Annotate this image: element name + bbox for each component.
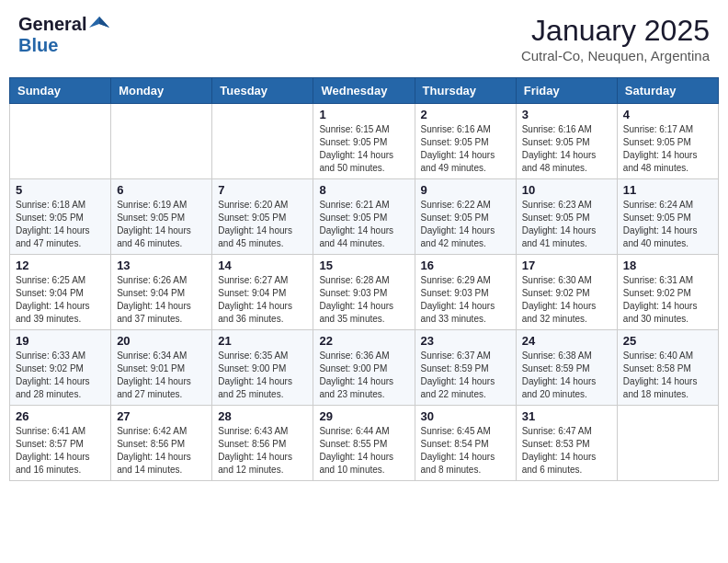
day-number: 4 [623, 108, 712, 121]
day-info: Sunrise: 6:23 AM Sunset: 9:05 PM Dayligh… [522, 199, 611, 250]
logo-bird-icon [89, 15, 109, 35]
day-number: 24 [522, 334, 611, 348]
day-info: Sunrise: 6:30 AM Sunset: 9:02 PM Dayligh… [522, 274, 611, 326]
day-number: 1 [319, 108, 408, 121]
logo-general: General [18, 14, 86, 35]
day-number: 22 [319, 334, 408, 348]
day-info: Sunrise: 6:33 AM Sunset: 9:02 PM Dayligh… [16, 350, 105, 401]
calendar-cell: 2Sunrise: 6:16 AM Sunset: 9:05 PM Daylig… [415, 104, 516, 179]
day-info: Sunrise: 6:38 AM Sunset: 8:59 PM Dayligh… [522, 350, 611, 401]
day-info: Sunrise: 6:31 AM Sunset: 9:02 PM Dayligh… [623, 274, 712, 326]
day-info: Sunrise: 6:24 AM Sunset: 9:05 PM Dayligh… [623, 199, 712, 250]
day-info: Sunrise: 6:21 AM Sunset: 9:05 PM Dayligh… [319, 199, 408, 250]
day-info: Sunrise: 6:37 AM Sunset: 8:59 PM Dayligh… [421, 350, 510, 401]
day-info: Sunrise: 6:16 AM Sunset: 9:05 PM Dayligh… [421, 123, 510, 175]
day-number: 27 [117, 409, 206, 423]
calendar-cell: 22Sunrise: 6:36 AM Sunset: 9:00 PM Dayli… [313, 330, 415, 406]
day-number: 6 [117, 183, 206, 197]
calendar-cell: 14Sunrise: 6:27 AM Sunset: 9:04 PM Dayli… [212, 255, 313, 330]
day-number: 20 [117, 334, 206, 348]
column-header-saturday: Saturday [617, 78, 718, 104]
calendar-cell [111, 104, 212, 179]
day-info: Sunrise: 6:17 AM Sunset: 9:05 PM Dayligh… [623, 123, 712, 175]
day-number: 10 [522, 183, 611, 197]
day-info: Sunrise: 6:47 AM Sunset: 8:53 PM Dayligh… [522, 425, 611, 477]
svg-marker-1 [99, 17, 109, 28]
day-number: 5 [16, 183, 105, 197]
day-info: Sunrise: 6:27 AM Sunset: 9:04 PM Dayligh… [218, 274, 307, 326]
calendar-cell: 10Sunrise: 6:23 AM Sunset: 9:05 PM Dayli… [516, 179, 617, 255]
page-header: General Blue January 2025 Cutral-Co, Neu… [9, 9, 719, 68]
day-number: 7 [218, 183, 307, 197]
day-info: Sunrise: 6:35 AM Sunset: 9:00 PM Dayligh… [218, 350, 307, 401]
day-number: 14 [218, 259, 307, 272]
calendar-week-5: 26Sunrise: 6:41 AM Sunset: 8:57 PM Dayli… [10, 406, 719, 481]
column-header-thursday: Thursday [415, 78, 516, 104]
calendar-cell: 16Sunrise: 6:29 AM Sunset: 9:03 PM Dayli… [415, 255, 516, 330]
location-title: Cutral-Co, Neuquen, Argentina [521, 48, 710, 63]
calendar-header-row: SundayMondayTuesdayWednesdayThursdayFrid… [10, 78, 719, 104]
day-info: Sunrise: 6:41 AM Sunset: 8:57 PM Dayligh… [16, 425, 105, 477]
calendar-cell: 6Sunrise: 6:19 AM Sunset: 9:05 PM Daylig… [111, 179, 212, 255]
day-number: 13 [117, 259, 206, 272]
column-header-monday: Monday [111, 78, 212, 104]
day-number: 12 [16, 259, 105, 272]
calendar-cell: 8Sunrise: 6:21 AM Sunset: 9:05 PM Daylig… [313, 179, 415, 255]
calendar-table: SundayMondayTuesdayWednesdayThursdayFrid… [9, 77, 719, 481]
day-number: 29 [319, 409, 408, 423]
calendar-cell: 27Sunrise: 6:42 AM Sunset: 8:56 PM Dayli… [111, 406, 212, 481]
day-number: 16 [421, 259, 510, 272]
calendar-cell: 11Sunrise: 6:24 AM Sunset: 9:05 PM Dayli… [617, 179, 718, 255]
calendar-cell: 12Sunrise: 6:25 AM Sunset: 9:04 PM Dayli… [10, 255, 111, 330]
logo: General Blue [18, 14, 109, 56]
day-info: Sunrise: 6:18 AM Sunset: 9:05 PM Dayligh… [16, 199, 105, 250]
day-info: Sunrise: 6:42 AM Sunset: 8:56 PM Dayligh… [117, 425, 206, 477]
calendar-cell: 4Sunrise: 6:17 AM Sunset: 9:05 PM Daylig… [617, 104, 718, 179]
day-info: Sunrise: 6:22 AM Sunset: 9:05 PM Dayligh… [421, 199, 510, 250]
logo-blue: Blue [18, 35, 58, 55]
title-block: January 2025 Cutral-Co, Neuquen, Argenti… [521, 14, 710, 63]
day-number: 23 [421, 334, 510, 348]
day-number: 21 [218, 334, 307, 348]
day-info: Sunrise: 6:28 AM Sunset: 9:03 PM Dayligh… [319, 274, 408, 326]
day-info: Sunrise: 6:40 AM Sunset: 8:58 PM Dayligh… [623, 350, 712, 401]
calendar-cell: 17Sunrise: 6:30 AM Sunset: 9:02 PM Dayli… [516, 255, 617, 330]
calendar-cell [212, 104, 313, 179]
calendar-cell [10, 104, 111, 179]
calendar-cell: 15Sunrise: 6:28 AM Sunset: 9:03 PM Dayli… [313, 255, 415, 330]
calendar-cell: 29Sunrise: 6:44 AM Sunset: 8:55 PM Dayli… [313, 406, 415, 481]
calendar-cell: 28Sunrise: 6:43 AM Sunset: 8:56 PM Dayli… [212, 406, 313, 481]
column-header-wednesday: Wednesday [313, 78, 415, 104]
calendar-cell: 1Sunrise: 6:15 AM Sunset: 9:05 PM Daylig… [313, 104, 415, 179]
calendar-cell [617, 406, 718, 481]
day-number: 8 [319, 183, 408, 197]
day-info: Sunrise: 6:19 AM Sunset: 9:05 PM Dayligh… [117, 199, 206, 250]
day-info: Sunrise: 6:16 AM Sunset: 9:05 PM Dayligh… [522, 123, 611, 175]
calendar-cell: 20Sunrise: 6:34 AM Sunset: 9:01 PM Dayli… [111, 330, 212, 406]
day-info: Sunrise: 6:45 AM Sunset: 8:54 PM Dayligh… [421, 425, 510, 477]
month-title: January 2025 [521, 14, 710, 48]
day-number: 15 [319, 259, 408, 272]
day-number: 18 [623, 259, 712, 272]
calendar-cell: 18Sunrise: 6:31 AM Sunset: 9:02 PM Dayli… [617, 255, 718, 330]
day-number: 26 [16, 409, 105, 423]
column-header-sunday: Sunday [10, 78, 111, 104]
day-number: 19 [16, 334, 105, 348]
day-info: Sunrise: 6:15 AM Sunset: 9:05 PM Dayligh… [319, 123, 408, 175]
day-info: Sunrise: 6:29 AM Sunset: 9:03 PM Dayligh… [421, 274, 510, 326]
calendar-cell: 30Sunrise: 6:45 AM Sunset: 8:54 PM Dayli… [415, 406, 516, 481]
day-info: Sunrise: 6:34 AM Sunset: 9:01 PM Dayligh… [117, 350, 206, 401]
calendar-cell: 25Sunrise: 6:40 AM Sunset: 8:58 PM Dayli… [617, 330, 718, 406]
day-number: 11 [623, 183, 712, 197]
day-info: Sunrise: 6:36 AM Sunset: 9:00 PM Dayligh… [319, 350, 408, 401]
day-info: Sunrise: 6:25 AM Sunset: 9:04 PM Dayligh… [16, 274, 105, 326]
calendar-cell: 5Sunrise: 6:18 AM Sunset: 9:05 PM Daylig… [10, 179, 111, 255]
day-number: 30 [421, 409, 510, 423]
day-number: 3 [522, 108, 611, 121]
column-header-tuesday: Tuesday [212, 78, 313, 104]
calendar-cell: 13Sunrise: 6:26 AM Sunset: 9:04 PM Dayli… [111, 255, 212, 330]
day-number: 28 [218, 409, 307, 423]
calendar-cell: 31Sunrise: 6:47 AM Sunset: 8:53 PM Dayli… [516, 406, 617, 481]
calendar-week-1: 1Sunrise: 6:15 AM Sunset: 9:05 PM Daylig… [10, 104, 719, 179]
calendar-cell: 23Sunrise: 6:37 AM Sunset: 8:59 PM Dayli… [415, 330, 516, 406]
